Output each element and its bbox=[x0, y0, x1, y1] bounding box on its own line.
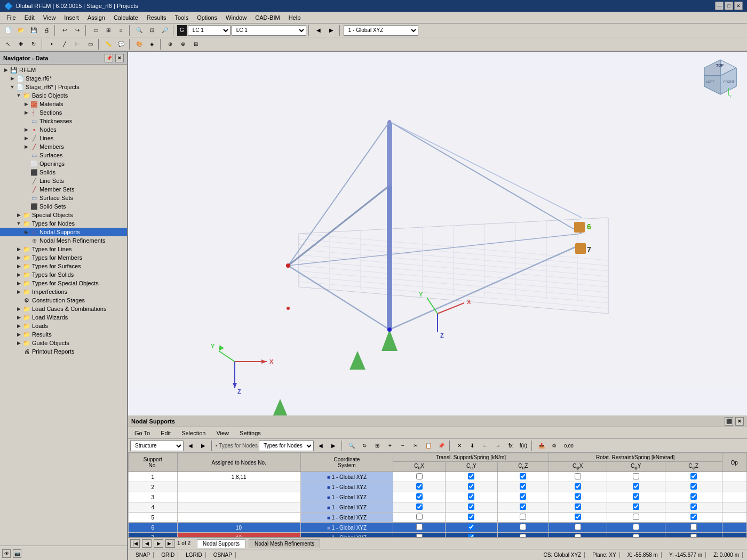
cell-cpy[interactable] bbox=[607, 533, 665, 538]
tree-item-lines[interactable]: ▶ ╱ Lines bbox=[0, 134, 127, 142]
tree-item-rfem[interactable]: ▶ 💾 RFEM bbox=[0, 66, 127, 74]
settings2-btn[interactable]: ⚙ bbox=[549, 441, 560, 451]
minimize-button[interactable]: — bbox=[715, 2, 724, 10]
tb-zoom-in[interactable]: 🔍 bbox=[133, 25, 145, 36]
tb-open[interactable]: 📂 bbox=[15, 25, 27, 36]
cell-cux[interactable] bbox=[393, 472, 446, 482]
tree-item-solids[interactable]: ⬛ Solids bbox=[0, 168, 127, 177]
prev-page-btn[interactable]: ◀ bbox=[142, 539, 152, 548]
tree-item-typeslines[interactable]: ▶ 📁 Types for Lines bbox=[0, 245, 127, 253]
tree-toggle[interactable]: ▶ bbox=[15, 305, 22, 313]
tree-item-mesh[interactable]: ⊕ Nodal Mesh Refinements bbox=[0, 236, 127, 245]
tree-item-nodal-supports[interactable]: ▶ ⊥ Nodal Supports bbox=[0, 228, 127, 236]
refresh-btn[interactable]: ↻ bbox=[359, 441, 370, 451]
tree-item-basic[interactable]: ▼ 📁 Basic Objects bbox=[0, 91, 127, 100]
tree-toggle[interactable] bbox=[22, 160, 30, 167]
tb-snap2[interactable]: ⊗ bbox=[177, 39, 189, 50]
status-grid[interactable]: GRID bbox=[158, 552, 178, 558]
cell-cux[interactable] bbox=[393, 482, 446, 492]
cell-cpx[interactable] bbox=[549, 502, 607, 513]
tree-toggle[interactable] bbox=[22, 237, 30, 244]
cell-cpz[interactable] bbox=[665, 502, 722, 513]
tree-item-members[interactable]: ▶ ╱ Members bbox=[0, 142, 127, 151]
cell-cpz[interactable] bbox=[665, 472, 722, 482]
cell-cuz[interactable] bbox=[497, 492, 549, 502]
cell-coord[interactable]: ■ 1 - Global XYZ bbox=[300, 482, 393, 492]
tb-node[interactable]: • bbox=[46, 39, 58, 50]
tree-toggle[interactable] bbox=[22, 177, 30, 185]
table-btn[interactable]: ⊞ bbox=[371, 441, 383, 451]
cell-cpz[interactable] bbox=[665, 533, 722, 538]
number-btn[interactable]: 0.00 bbox=[561, 441, 576, 451]
tree-item-solidsets[interactable]: ⬛ Solid Sets bbox=[0, 202, 127, 211]
tb-redo[interactable]: ↪ bbox=[71, 25, 83, 36]
tree-item-construction[interactable]: ⚙ Construction Stages bbox=[0, 296, 127, 305]
cell-cpx[interactable] bbox=[549, 492, 607, 502]
tree-item-typesspecial[interactable]: ▶ 📁 Types for Special Objects bbox=[0, 279, 127, 287]
tb-measure[interactable]: 📏 bbox=[102, 39, 114, 50]
cell-cpz[interactable] bbox=[665, 523, 722, 533]
cell-nodes[interactable]: 13 bbox=[177, 533, 300, 538]
status-lgrid[interactable]: LGRID bbox=[182, 552, 206, 558]
cell-cuz[interactable] bbox=[497, 472, 549, 482]
menu-edit[interactable]: Edit bbox=[20, 13, 39, 22]
cell-coord[interactable]: ■ 1 - Global XYZ bbox=[300, 492, 393, 502]
cell-cpz[interactable] bbox=[665, 513, 722, 523]
tb-zoom-out[interactable]: 🔎 bbox=[159, 25, 171, 36]
cell-cpy[interactable] bbox=[607, 523, 665, 533]
tb-cursor[interactable]: ↖ bbox=[2, 39, 14, 50]
menu-file[interactable]: File bbox=[2, 13, 20, 22]
nodal-menu-view[interactable]: View bbox=[212, 429, 233, 437]
tree-toggle[interactable]: ▶ bbox=[2, 66, 10, 74]
tree-item-loadcases[interactable]: ▶ 📁 Load Cases & Combinations bbox=[0, 305, 127, 313]
cell-cpy[interactable] bbox=[607, 482, 665, 492]
cell-cpx[interactable] bbox=[549, 523, 607, 533]
tree-toggle[interactable]: ▶ bbox=[15, 331, 22, 338]
nav-close-button[interactable]: ✕ bbox=[115, 54, 124, 62]
next-page-btn[interactable]: ▶ bbox=[154, 539, 163, 548]
tb-line[interactable]: ╱ bbox=[59, 39, 70, 50]
tree-item-typesnodes[interactable]: ▼ 📁 Types for Nodes bbox=[0, 219, 127, 228]
tb-rotate[interactable]: ↻ bbox=[28, 39, 39, 50]
cell-coord[interactable]: ■ 1 - Global XYZ bbox=[300, 472, 393, 482]
arrow-left-btn[interactable]: ← bbox=[479, 441, 491, 451]
tree-item-typessurfaces[interactable]: ▶ 📁 Types for Surfaces bbox=[0, 262, 127, 270]
table-row-6[interactable]: 6 10 ■ 1 - Global XYZ bbox=[129, 523, 747, 533]
filter-btn[interactable]: 🔍 bbox=[346, 441, 357, 451]
next-type-btn[interactable]: ▶ bbox=[328, 441, 339, 451]
nav-pin-button[interactable]: 📌 bbox=[105, 54, 113, 62]
tree-toggle[interactable]: ▶ bbox=[22, 143, 30, 150]
tree-toggle[interactable] bbox=[22, 151, 30, 159]
tb-coord-system[interactable]: 1 - Global XYZ bbox=[344, 25, 418, 36]
tree-toggle[interactable]: ▶ bbox=[22, 109, 30, 116]
cell-cpz[interactable] bbox=[665, 482, 722, 492]
tb-surface[interactable]: ▭ bbox=[84, 39, 96, 50]
tree-item-linesets[interactable]: ╱ Line Sets bbox=[0, 177, 127, 185]
tree-toggle[interactable]: ▶ bbox=[15, 211, 22, 219]
last-page-btn[interactable]: ▶| bbox=[165, 539, 175, 548]
cell-cpy[interactable] bbox=[607, 472, 665, 482]
nav-view-btn2[interactable]: 📷 bbox=[13, 549, 21, 558]
tb-lc-select1[interactable]: LC 1 bbox=[188, 25, 231, 36]
import-btn[interactable]: ⬇ bbox=[466, 441, 478, 451]
cell-cpx[interactable] bbox=[549, 472, 607, 482]
cell-coord[interactable]: ■ 1 - Global XYZ bbox=[300, 533, 393, 538]
menu-tools[interactable]: Tools bbox=[170, 13, 193, 22]
structure-select[interactable]: Structure bbox=[130, 441, 184, 451]
menu-window[interactable]: Window bbox=[221, 13, 251, 22]
export-btn[interactable]: 📤 bbox=[536, 441, 547, 451]
cell-cpx[interactable] bbox=[549, 533, 607, 538]
panel-close-btn[interactable]: ✕ bbox=[735, 417, 744, 426]
tab-nodal-supports[interactable]: Nodal Supports bbox=[197, 539, 245, 548]
tree-item-stage2[interactable]: ▼ 📄 Stage_rf6* | Projects bbox=[0, 83, 127, 91]
cell-cuz[interactable] bbox=[497, 502, 549, 513]
tree-toggle[interactable]: ▶ bbox=[9, 75, 16, 82]
copy-btn[interactable]: 📋 bbox=[423, 441, 434, 451]
menu-cadbim[interactable]: CAD-BIM bbox=[251, 13, 284, 22]
tb-lc-select2[interactable]: LC 1 bbox=[232, 25, 306, 36]
cell-cux[interactable] bbox=[393, 492, 446, 502]
cell-cuz[interactable] bbox=[497, 482, 549, 492]
tb-next[interactable]: ▶ bbox=[325, 25, 337, 36]
cell-cux[interactable] bbox=[393, 513, 446, 523]
menu-options[interactable]: Options bbox=[193, 13, 221, 22]
